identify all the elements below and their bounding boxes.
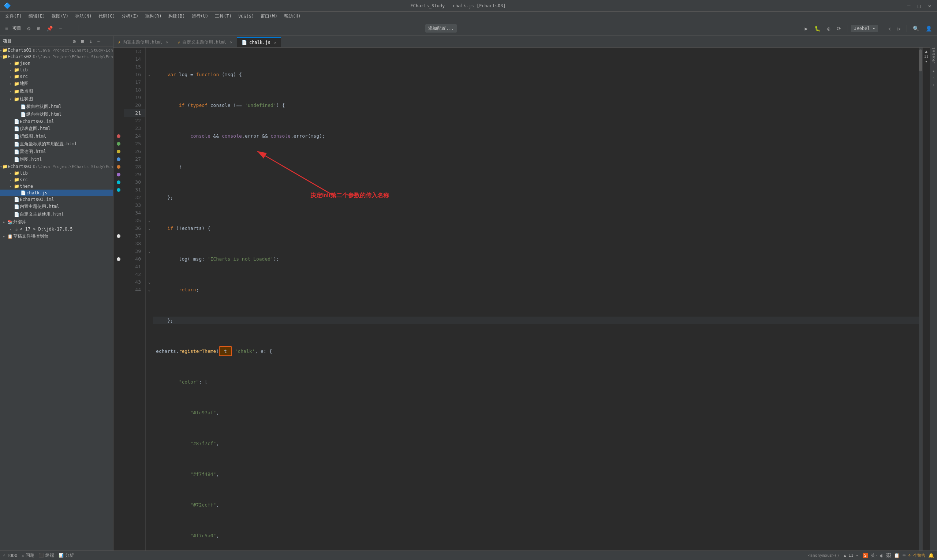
gutter-37 bbox=[114, 232, 124, 240]
tree-label-scratches: 草稿文件和控制台 bbox=[13, 233, 48, 239]
sidebar-item-src[interactable]: ▸ 📁 src bbox=[0, 73, 113, 80]
tab-chalkjs[interactable]: 📄 chalk.js ✕ bbox=[237, 37, 281, 47]
toolbar-pin-icon[interactable]: 📌 bbox=[44, 24, 55, 33]
toolbar-more-icon[interactable]: ⋯ bbox=[57, 24, 65, 33]
sidebar-item-bar[interactable]: ▾ 📁 柱状图 bbox=[0, 95, 113, 103]
gutter-13 bbox=[114, 48, 124, 55]
sidebar-item-external[interactable]: ▸ 📚 外部库 bbox=[0, 218, 113, 226]
sidebar-item-jdk17[interactable]: ▸ ☕ < 17 > D:\jdk-17.0.5 bbox=[0, 226, 113, 232]
sidebar-item-src3[interactable]: ▸ 📁 src bbox=[0, 177, 113, 183]
sidebar-item-radar[interactable]: 📄 雷达图.html bbox=[0, 148, 113, 155]
status-todo[interactable]: ✓ TODO bbox=[3, 553, 18, 558]
toolbar-user-icon[interactable]: 👤 bbox=[923, 24, 934, 33]
sidebar-item-line[interactable]: 📄 折线图.html bbox=[0, 132, 113, 140]
tab-custom-html[interactable]: ⚡ 自定义主题使用.html ✕ bbox=[173, 37, 237, 47]
menu-refactor[interactable]: 重构(R) bbox=[142, 12, 165, 20]
sidebar-item-echarts02[interactable]: ▾ 📁 Echarts02 D:\Java Project\ECharts_St… bbox=[0, 54, 113, 60]
menu-window[interactable]: 窗口(W) bbox=[258, 12, 280, 20]
sidebar-layout-icon[interactable]: ⊞ bbox=[79, 38, 85, 45]
gutter-29 bbox=[114, 171, 124, 178]
menu-vcs[interactable]: VCS(S) bbox=[235, 13, 257, 20]
linenum-28: 28 bbox=[124, 163, 145, 171]
sidebar-item-gauge[interactable]: 📄 仪表盘图.html bbox=[0, 125, 113, 132]
menu-navigate[interactable]: 导航(N) bbox=[72, 12, 95, 20]
toolbar-coverage-icon[interactable]: ◎ bbox=[825, 24, 832, 33]
sidebar-item-maps[interactable]: ▸ 📁 地图 bbox=[0, 80, 113, 88]
toolbar-forward-icon[interactable]: ▷ bbox=[895, 24, 903, 33]
status-terminal[interactable]: ⬛ 终端 bbox=[39, 552, 54, 558]
menu-view[interactable]: 视图(V) bbox=[49, 12, 71, 20]
v-brace14: ) { bbox=[276, 102, 285, 109]
toolbar-run-icon[interactable]: ▶ bbox=[802, 24, 809, 33]
add-config-button[interactable]: 添加配置... bbox=[425, 24, 457, 32]
sidebar-pin-icon[interactable]: ↕ bbox=[88, 38, 94, 45]
tree-label-custom: 自定义主题使用.html bbox=[20, 211, 64, 217]
menu-code[interactable]: 代码(C) bbox=[95, 12, 118, 20]
scrollbar-thumb[interactable] bbox=[919, 49, 922, 71]
code-lines[interactable]: var log = function (msg) { if (typeof co… bbox=[153, 48, 919, 551]
sidebar-item-scratches[interactable]: ▸ 📋 草稿文件和控制台 bbox=[0, 232, 113, 240]
sidebar-item-echarts01[interactable]: ▸ 📁 Echarts01 D:\Java Project\ECharts_St… bbox=[0, 47, 113, 54]
tab-builtin-html[interactable]: ⚡ 内置主题使用.html ✕ bbox=[114, 37, 173, 47]
toolbar-debug-icon[interactable]: 🐛 bbox=[812, 24, 823, 33]
file-icon-e03iml: 📄 bbox=[13, 197, 20, 202]
sidebar-collapse-icon[interactable]: — bbox=[104, 38, 110, 45]
sidebar-item-theme[interactable]: ▾ 📁 theme bbox=[0, 183, 113, 189]
tree-label-json: json bbox=[20, 61, 31, 66]
tab-close-builtin[interactable]: ✕ bbox=[166, 40, 168, 45]
jrebel-icon3[interactable]: ⚡ bbox=[932, 83, 935, 88]
menu-run[interactable]: 运行(U) bbox=[189, 12, 212, 20]
maximize-button[interactable]: □ bbox=[915, 2, 923, 9]
editor-area: ⚡ 内置主题使用.html ✕ ⚡ 自定义主题使用.html ✕ 📄 chalk… bbox=[114, 36, 930, 551]
status-analysis[interactable]: 📊 分析 bbox=[58, 552, 74, 558]
jrebel-icon1[interactable]: ★ bbox=[932, 69, 935, 74]
clipboard-icon: 📋 bbox=[894, 553, 900, 558]
menu-help[interactable]: 帮助(H) bbox=[281, 12, 304, 20]
toolbar-settings-icon[interactable]: ⚙ bbox=[25, 24, 32, 33]
linenum-14: 14 bbox=[124, 55, 145, 63]
code-editor[interactable]: 13 14 15 16 17 18 19 20 21 22 23 24 25 2… bbox=[114, 48, 930, 551]
sidebar-item-custom[interactable]: 📄 自定义主题使用.html bbox=[0, 211, 113, 218]
sidebar-item-lib3[interactable]: ▸ 📁 lib bbox=[0, 170, 113, 177]
sidebar-item-echarts03[interactable]: ▾ 📁 Echarts03 D:\Java Project\ECharts_St… bbox=[0, 163, 113, 170]
search-icon[interactable]: 🔍 bbox=[911, 24, 921, 33]
sidebar-item-scatter[interactable]: ▸ 📁 散点图 bbox=[0, 88, 113, 95]
sidebar-item-hbar[interactable]: 📄 横向柱状图.html bbox=[0, 103, 113, 111]
menu-tools[interactable]: 工具(T) bbox=[212, 12, 235, 20]
menu-file[interactable]: 文件(F) bbox=[2, 12, 25, 20]
toolbar-profile-icon[interactable]: ⟳ bbox=[834, 24, 843, 33]
menu-analyze[interactable]: 分析(Z) bbox=[118, 12, 141, 20]
v-msg: (msg); bbox=[308, 132, 325, 140]
editor-scrollbar[interactable] bbox=[919, 48, 922, 551]
sidebar-item-pie[interactable]: 📄 饼图.html bbox=[0, 155, 113, 163]
menu-build[interactable]: 构建(B) bbox=[165, 12, 188, 20]
fold-28 bbox=[146, 163, 153, 171]
menu-edit[interactable]: 编辑(E) bbox=[26, 12, 48, 20]
sidebar-item-coord[interactable]: 📄 直角坐标系的常用配置.html bbox=[0, 140, 113, 148]
sidebar-item-vbar[interactable]: 📄 纵向柱状图.html bbox=[0, 111, 113, 118]
sidebar-item-e03iml[interactable]: 📄 Echarts03.iml bbox=[0, 196, 113, 203]
sidebar-item-json[interactable]: ▸ 📁 json bbox=[0, 60, 113, 67]
sidebar-item-builtin[interactable]: 📄 内置主题使用.html bbox=[0, 203, 113, 211]
sidebar-scroll-icon[interactable]: ⋯ bbox=[96, 38, 102, 45]
jrebel-label[interactable]: JRebel bbox=[931, 47, 936, 64]
image-icon: 🖼 bbox=[886, 553, 891, 558]
minimize-button[interactable]: ─ bbox=[905, 2, 912, 9]
toolbar-project-icon: ≡ bbox=[3, 24, 10, 33]
tree-label-builtin: 内置主题使用.html bbox=[20, 203, 59, 210]
tab-icon-custom: ⚡ bbox=[177, 40, 180, 45]
str-chalk: 'chalk' bbox=[232, 347, 255, 355]
sidebar-item-echarts02iml[interactable]: 📄 Echarts02.iml bbox=[0, 118, 113, 125]
close-button[interactable]: ✕ bbox=[926, 2, 933, 9]
sidebar-item-lib[interactable]: ▸ 📁 lib bbox=[0, 67, 113, 73]
toolbar-collapse-icon[interactable]: — bbox=[67, 24, 74, 33]
toolbar-back-icon[interactable]: ◁ bbox=[886, 24, 893, 33]
tab-close-chalk[interactable]: ✕ bbox=[274, 40, 277, 45]
status-problems[interactable]: ⚠ 问题 bbox=[22, 552, 35, 558]
tab-close-custom[interactable]: ✕ bbox=[230, 40, 232, 45]
toolbar-layout-icon[interactable]: ⊞ bbox=[35, 24, 42, 33]
sidebar-item-chalkjs[interactable]: 📄 chalk.js bbox=[0, 189, 113, 196]
sidebar-settings-icon[interactable]: ⚙ bbox=[71, 38, 77, 45]
jrebel-icon2[interactable]: ☆ bbox=[932, 76, 935, 80]
jrebel-dropdown[interactable]: JRebel ▾ bbox=[851, 25, 878, 32]
